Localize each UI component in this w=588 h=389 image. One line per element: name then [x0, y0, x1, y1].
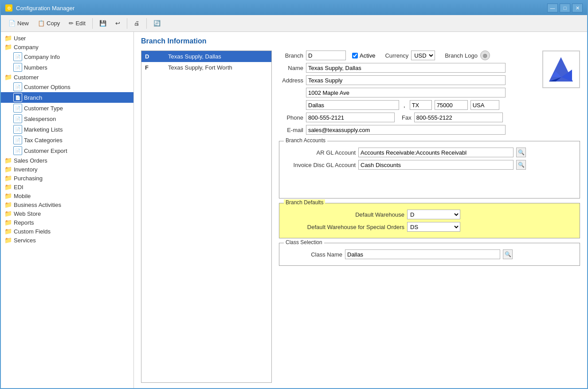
sidebar-label-edi: EDI: [14, 184, 24, 191]
save-button[interactable]: 💾: [95, 18, 110, 28]
class-name-label: Class Name: [285, 251, 342, 258]
minimize-button[interactable]: —: [547, 4, 558, 12]
state-input[interactable]: [410, 100, 432, 110]
copy-button[interactable]: 📋 Copy: [34, 18, 64, 28]
branch-name-f: Texas Supply, Fort Worth: [168, 64, 232, 71]
form-fields-top: Branch Active Currency USD EUR: [279, 51, 538, 137]
city-input[interactable]: [306, 100, 399, 110]
page-icon: 📄: [13, 136, 22, 144]
new-page-icon: 📄: [8, 20, 16, 27]
sidebar-label-branch: Branch: [24, 94, 42, 101]
undo-button[interactable]: ↩: [111, 18, 124, 28]
default-warehouse-label: Default Warehouse: [285, 211, 404, 218]
address2-input[interactable]: [306, 88, 506, 97]
sidebar-item-salesperson[interactable]: 📄 Salesperson: [1, 113, 133, 124]
invoice-disc-input[interactable]: [358, 160, 514, 170]
ar-gl-input[interactable]: [358, 148, 514, 157]
page-icon: 📄: [13, 93, 22, 102]
edit-button[interactable]: ✏ Edit: [65, 18, 89, 28]
address1-input[interactable]: [306, 75, 506, 85]
email-row: E-mail: [279, 125, 538, 135]
sidebar-label-customer: Customer: [14, 74, 39, 81]
country-input[interactable]: [470, 100, 499, 110]
new-label: New: [17, 20, 29, 27]
sidebar-item-sales-orders[interactable]: 📁 Sales Orders: [1, 156, 133, 165]
sidebar-label-customer-type: Customer Type: [24, 105, 63, 112]
page-icon: 📄: [13, 104, 22, 113]
invoice-disc-label: Invoice Disc GL Account: [285, 162, 356, 168]
email-input[interactable]: [306, 125, 506, 135]
sidebar-item-user[interactable]: 📁 User: [1, 34, 133, 43]
sidebar-item-web-store[interactable]: 📁 Web Store: [1, 209, 133, 218]
city-row: ,: [279, 100, 538, 110]
sidebar-label-reports: Reports: [14, 219, 34, 226]
name-input[interactable]: [306, 63, 506, 73]
toolbar-sep-3: [146, 18, 147, 29]
sidebar-item-marketing-lists[interactable]: 📄 Marketing Lists: [1, 124, 133, 135]
sidebar-item-company-info[interactable]: 📄 Company Info: [1, 51, 133, 62]
class-name-search-button[interactable]: 🔍: [503, 249, 513, 259]
toolbar: 📄 New 📋 Copy ✏ Edit 💾 ↩ 🖨 🔄: [1, 15, 587, 32]
sidebar-label-web-store: Web Store: [14, 210, 41, 217]
branch-list-item-d[interactable]: D Texas Supply, Dallas: [141, 51, 271, 62]
folder-icon: 📁: [4, 183, 12, 191]
sidebar-item-company[interactable]: 📁 Company: [1, 43, 133, 51]
phone-input[interactable]: [306, 113, 395, 122]
branch-logo-label: Branch Logo: [445, 52, 478, 59]
sidebar-item-custom-fields[interactable]: 📁 Custom Fields: [1, 227, 133, 236]
sidebar-item-branch[interactable]: 📄 Branch: [1, 92, 133, 103]
branch-code-d: D: [145, 53, 154, 60]
branch-row: Branch Active Currency USD EUR: [279, 51, 538, 60]
sidebar-item-inventory[interactable]: 📁 Inventory: [1, 165, 133, 174]
sidebar-item-business-activities[interactable]: 📁 Business Activities: [1, 200, 133, 209]
new-button[interactable]: 📄 New: [4, 18, 33, 28]
refresh-button[interactable]: 🔄: [149, 18, 165, 28]
active-checkbox-label: Active: [352, 52, 375, 59]
branch-logo-box: [542, 51, 580, 88]
fax-input[interactable]: [414, 113, 503, 122]
sidebar-label-tax-categories: Tax Categories: [24, 137, 63, 144]
sidebar-label-company: Company: [14, 44, 39, 51]
maximize-button[interactable]: □: [560, 4, 570, 12]
default-warehouse-special-row: Default Warehouse for Special Orders D D…: [285, 222, 574, 232]
sidebar-item-edi[interactable]: 📁 EDI: [1, 183, 133, 191]
sidebar-label-business-activities: Business Activities: [14, 202, 61, 208]
branch-logo-button[interactable]: ◎: [480, 51, 490, 60]
currency-select[interactable]: USD EUR GBP CAD: [411, 51, 435, 60]
branch-defaults-fieldset: Branch Defaults Default Warehouse D DS F…: [279, 203, 580, 238]
zip-input[interactable]: [435, 100, 468, 110]
default-warehouse-select[interactable]: D DS F: [407, 210, 460, 219]
class-name-input[interactable]: [345, 249, 500, 259]
print-button[interactable]: 🖨: [130, 18, 144, 28]
sidebar-item-customer-export[interactable]: 📄 Customer Export: [1, 145, 133, 156]
branch-list-item-f[interactable]: F Texas Supply, Fort Worth: [141, 62, 271, 73]
sidebar-item-customer-options[interactable]: 📄 Customer Options: [1, 82, 133, 92]
name-label: Name: [279, 65, 303, 71]
invoice-disc-search-button[interactable]: 🔍: [516, 160, 526, 170]
sidebar-item-customer-type[interactable]: 📄 Customer Type: [1, 103, 133, 113]
comma-sep: ,: [402, 102, 407, 109]
default-warehouse-special-select[interactable]: D DS F: [407, 222, 460, 232]
branch-input[interactable]: [306, 51, 346, 60]
folder-icon: 📁: [4, 228, 12, 235]
branch-name-d: Texas Supply, Dallas: [168, 53, 221, 60]
sidebar-item-mobile[interactable]: 📁 Mobile: [1, 191, 133, 200]
sidebar-item-services[interactable]: 📁 Services: [1, 236, 133, 245]
ar-gl-label: AR GL Account: [285, 149, 356, 156]
title-bar-left: ⚙ Configuration Manager: [5, 4, 74, 12]
folder-icon: 📁: [4, 210, 12, 217]
active-checkbox[interactable]: [352, 53, 358, 58]
email-label: E-mail: [279, 127, 303, 133]
folder-icon: 📁: [4, 237, 12, 244]
main-window: ⚙ Configuration Manager — □ ✕ 📄 New 📋 Co…: [0, 0, 588, 389]
sidebar-item-tax-categories[interactable]: 📄 Tax Categories: [1, 135, 133, 145]
sidebar-item-purchasing[interactable]: 📁 Purchasing: [1, 174, 133, 183]
sidebar-label-services: Services: [14, 237, 36, 244]
sidebar-item-customer[interactable]: 📁 Customer: [1, 73, 133, 82]
sidebar-item-numbers[interactable]: 📄 Numbers: [1, 62, 133, 73]
close-button[interactable]: ✕: [572, 4, 583, 12]
ar-gl-search-button[interactable]: 🔍: [516, 148, 526, 157]
sidebar-item-reports[interactable]: 📁 Reports: [1, 218, 133, 227]
branch-field-label: Branch: [279, 52, 303, 59]
sidebar-label-purchasing: Purchasing: [14, 175, 43, 182]
